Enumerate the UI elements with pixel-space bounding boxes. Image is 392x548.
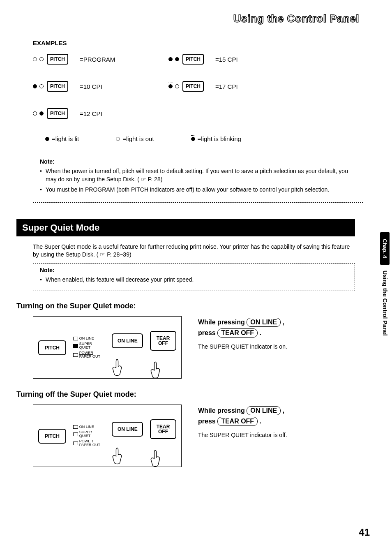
section-title-bar: Super Quiet Mode [16,219,355,236]
note-title: Note: [40,158,356,165]
chapter-tab-text: Using the Control Panel [382,271,388,336]
pitch-label: =PROGRAM [80,56,115,63]
legend-label: =light is out [122,135,154,142]
finger-press-icon [150,351,161,365]
indicator-label: ON LINE [79,425,94,429]
tear-off-button: TEAROFF [150,331,176,351]
indicator-column: ON LINE SUPERQUIET POWERPAPER OUT [73,337,105,358]
pitch-examples-grid: PITCH =PROGRAM PITCH =15 CPI PITCH =1 [33,54,371,119]
note-item: You must be in PROGRAM (both PITCH indic… [40,186,356,194]
pitch-item: PITCH =12 CPI [33,108,168,119]
pitch-row: PITCH =10 CPI PITCH =17 CPI [33,81,371,92]
indicator-icon [73,337,78,340]
led-on-icon [33,84,37,88]
pitch-button: PITCH [182,54,204,65]
pitch-item: PITCH =PROGRAM [33,54,168,65]
legend-label: =light is lit [52,135,79,142]
led-off-icon [39,57,44,61]
led-on-icon [39,111,44,116]
led-off-icon [175,84,179,88]
sub-heading-off: Turning off the Super Quiet mode: [16,390,371,399]
legend-lit: =light is lit [45,135,79,142]
turn-off-block: PITCH ON LINE SUPERQUIET POWERPAPER OUT … [33,405,355,467]
panel-diagram: PITCH ON LINE SUPERQUIET POWERPAPER OUT … [33,405,182,467]
section-intro: The Super Quiet mode is a useful feature… [33,243,355,259]
note-item: When the power is turned off, pitch will… [40,167,356,183]
pitch-button: PITCH [38,340,66,355]
pitch-button: PITCH [47,81,68,92]
led-off-icon [33,57,37,61]
turn-off-desc: While pressing ON LINE , press TEAR OFF … [198,405,355,438]
pitch-button: PITCH [47,108,68,119]
indicator-label: POWERPAPER OUT [79,439,100,447]
indicator-icon [73,442,78,445]
sub-heading-on: Turning on the Super Quiet mode: [16,302,371,310]
pitch-label: =15 CPI [215,56,238,63]
online-inline-button: ON LINE [247,406,281,415]
indicator-label: SUPERQUIET [79,342,92,349]
note-title: Note: [40,267,348,273]
indicator-label: POWERPAPER OUT [79,351,100,358]
note-box: Note: When the power is turned off, pitc… [33,154,363,203]
legend-out: =light is out [116,135,154,142]
indicator-label: ON LINE [79,337,94,340]
pitch-button: PITCH [182,81,204,92]
pitch-row: PITCH =12 CPI [33,108,371,119]
pitch-label: =17 CPI [215,83,238,90]
finger-press-icon [112,348,122,362]
indicator-icon [73,432,78,436]
side-tabs: Chap. 4 Using the Control Panel [380,232,390,336]
led-on-icon [175,57,179,61]
chapter-tab: Chap. 4 [380,232,390,265]
legend-blink: =light is blinking [191,135,241,142]
pitch-label: =10 CPI [80,83,102,90]
page-header-title: Using the Control Panel [16,12,359,25]
pitch-item: PITCH =17 CPI [168,81,304,92]
led-blink-icon [168,84,173,88]
note-box: Note: When enabled, this feature will de… [33,263,355,291]
legend-label: =light is blinking [198,135,241,142]
finger-press-icon [150,439,161,453]
tearoff-inline-button: TEAR OFF [217,417,258,426]
online-inline-button: ON LINE [247,318,281,327]
online-button: ON LINE [112,422,143,437]
pitch-item: PITCH =10 CPI [33,81,168,92]
tear-off-button: TEAROFF [150,419,176,439]
pitch-item: PITCH =15 CPI [168,54,304,65]
led-on-icon [45,137,49,141]
led-on-icon [168,57,173,61]
indicator-column: ON LINE SUPERQUIET POWERPAPER OUT [73,425,105,447]
online-button: ON LINE [112,333,143,348]
pitch-label: =12 CPI [80,110,102,117]
pitch-row: PITCH =PROGRAM PITCH =15 CPI [33,54,371,65]
led-off-icon [39,84,44,88]
legend: =light is lit =light is out =light is bl… [45,135,371,142]
indicator-label: SUPERQUIET [79,430,92,438]
indicator-icon [73,344,78,348]
pitch-button: PITCH [47,54,68,65]
tearoff-inline-button: TEAR OFF [217,328,258,338]
indicator-icon [73,353,78,357]
pitch-button: PITCH [38,429,66,444]
led-off-icon [116,137,120,141]
desc-sub: The SUPER QUIET indicator is on. [198,343,355,350]
panel-diagram: PITCH ON LINE SUPERQUIET POWERPAPER OUT … [33,316,182,379]
turn-on-desc: While pressing ON LINE , press TEAR OFF … [198,316,355,350]
note-item: When enabled, this feature will decrease… [40,276,348,284]
header-rule [16,27,371,27]
indicator-icon [73,425,78,429]
finger-press-icon [112,437,122,451]
page-number: 41 [359,527,370,538]
desc-sub: The SUPER QUIET indicator is off. [198,432,355,438]
turn-on-block: PITCH ON LINE SUPERQUIET POWERPAPER OUT … [33,316,355,379]
led-blink-icon [191,137,195,141]
examples-heading: EXAMPLES [33,39,371,46]
led-off-icon [33,111,37,116]
